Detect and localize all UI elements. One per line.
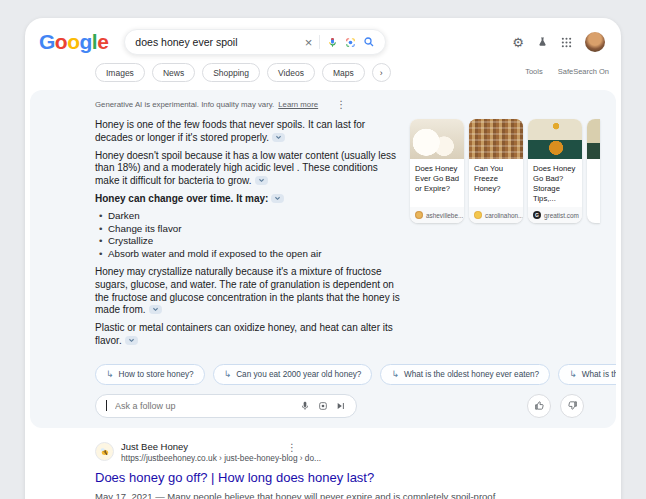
followup-chip[interactable]: ↳Can you eat 2000 year old honey? [213,364,373,385]
site-favicon [415,211,423,219]
ai-answer-text: Honey is one of the few foods that never… [95,119,401,353]
honeycomb-image [469,119,523,159]
source-card[interactable]: Does Honey Ever Go Bad or Expire? ashevi… [410,119,464,223]
generative-ai-panel: Generative AI is experimental. Info qual… [30,90,616,428]
expand-sources-icon[interactable] [255,176,268,185]
result-menu-icon[interactable]: ⋮ [287,442,297,453]
google-search-page: Google × ⚙ [0,0,646,499]
ai-paragraph: Honey doesn't spoil because it has a low… [95,150,401,188]
ai-paragraph: Plastic or metal containers can oxidize … [95,322,401,348]
header-right-controls: ⚙ [512,32,605,52]
site-favicon: G [533,211,541,219]
ai-body: Honey is one of the few foods that never… [30,119,616,353]
thumbs-down-button[interactable] [560,394,584,418]
google-lens-icon[interactable] [345,37,356,48]
ai-disclaimer: Generative AI is experimental. Info qual… [30,99,616,110]
labs-flask-icon[interactable] [537,36,548,48]
feedback-buttons [527,394,584,418]
safesearch-toggle[interactable]: SafeSearch On [558,67,609,76]
google-logo[interactable]: Google [39,29,108,55]
followup-arrow-icon: ↳ [224,369,232,379]
expand-sources-icon[interactable] [125,336,138,345]
search-results-card: Google × ⚙ [25,18,621,499]
ai-menu-icon[interactable]: ⋮ [336,99,346,110]
header: Google × ⚙ [25,18,621,55]
followup-chip[interactable]: ↳What is the oldest honey ever eaten? [380,364,550,385]
source-card-partial[interactable] [587,119,600,223]
tools-button[interactable]: Tools [525,67,543,76]
lens-icon[interactable] [318,401,328,411]
mic-icon[interactable] [300,401,310,411]
ask-followup-input[interactable] [115,401,292,411]
ai-bullet: Absorb water and mold if exposed to the … [99,248,401,261]
source-card-source: ashevillebe... [410,207,464,223]
tab-shopping[interactable]: Shopping [202,63,260,82]
search-icon[interactable] [363,36,375,48]
ask-followup-row [30,394,616,418]
text-cursor [106,400,107,411]
source-card-title: Does Honey Ever Go Bad or Expire? [410,159,464,207]
honey-pots-image [410,119,464,159]
source-card[interactable]: Can You Freeze Honey? carolinahon... [469,119,523,223]
thumbs-up-button[interactable] [527,394,551,418]
followup-chips: ↳How to store honey? ↳Can you eat 2000 y… [30,364,616,385]
ai-source-cards: Does Honey Ever Go Bad or Expire? ashevi… [410,119,600,223]
followup-chip[interactable]: ↳How to store honey? [95,364,205,385]
result-url: https://justbeehoney.co.uk › just-bee-ho… [121,453,321,463]
ai-bullet: Change its flavor [99,223,401,236]
bee-favicon [95,442,114,461]
followup-arrow-icon: ↳ [569,369,577,379]
search-tools: Tools SafeSearch On [525,67,609,76]
ai-bullet-list: Darken Change its flavor Crystallize Abs… [99,210,401,261]
ai-paragraph: Honey can change over time. It may: [95,193,401,206]
source-card[interactable]: Does Honey Go Bad? Storage Tips,... Ggre… [528,119,582,223]
partial-card-image [587,119,600,159]
result-snippet: May 17, 2021 — Many people believe that … [95,490,621,499]
organic-result: Just Bee Honey https://justbeehoney.co.u… [25,428,621,499]
tab-videos[interactable]: Videos [267,63,315,82]
result-title-link[interactable]: Does honey go off? | How long does honey… [95,470,621,485]
ai-bullet: Crystallize [99,235,401,248]
source-card-source: Ggreatist.com [528,207,582,223]
followup-arrow-icon: ↳ [106,369,114,379]
expand-sources-icon[interactable] [149,305,162,314]
profile-avatar[interactable] [585,32,605,52]
followup-arrow-icon: ↳ [391,369,399,379]
snippet-line: May 17, 2021 — Many people believe that … [95,490,621,499]
clear-search-icon[interactable]: × [305,36,313,49]
learn-more-link[interactable]: Learn more [278,100,318,109]
ai-bullet: Darken [99,210,401,223]
source-card-source: carolinahon... [469,207,523,223]
honey-drip-image [528,119,582,159]
ai-paragraph: Honey may crystallize naturally because … [95,266,401,317]
ask-followup-input-box[interactable] [95,394,357,418]
tab-news[interactable]: News [152,63,195,82]
result-source-row[interactable]: Just Bee Honey https://justbeehoney.co.u… [95,441,621,463]
send-icon[interactable] [336,401,346,411]
search-input[interactable] [135,36,297,48]
ai-paragraph: Honey is one of the few foods that never… [95,119,401,145]
more-tabs-chevron[interactable]: › [372,63,391,82]
search-bar-divider [319,35,320,49]
microphone-icon[interactable] [327,37,338,48]
expand-sources-icon[interactable] [272,133,285,142]
site-favicon [474,211,482,219]
source-card-title: Can You Freeze Honey? [469,159,523,207]
apps-grid-icon[interactable] [561,37,572,48]
tab-maps[interactable]: Maps [322,63,365,82]
tab-images[interactable]: Images [95,63,145,82]
source-card-title: Does Honey Go Bad? Storage Tips,... [528,159,582,207]
expand-sources-icon[interactable] [271,194,284,203]
followup-chip[interactable]: ↳What is the shelf life of honey? [558,364,616,385]
ai-disclaimer-text: Generative AI is experimental. Info qual… [95,100,274,109]
settings-gear-icon[interactable]: ⚙ [512,36,524,49]
search-bar[interactable]: × [124,29,386,55]
